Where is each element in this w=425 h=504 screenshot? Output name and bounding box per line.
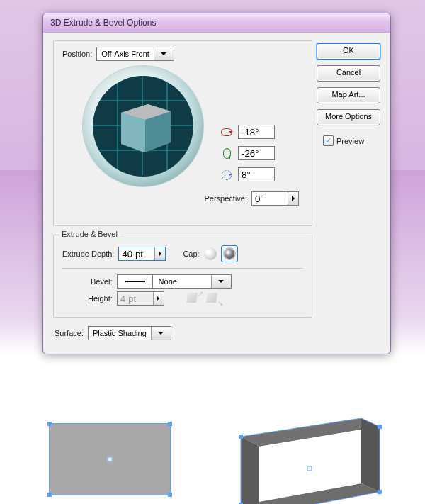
dialog-title: 3D Extrude & Bevel Options — [43, 13, 390, 33]
ok-button[interactable]: OK — [317, 43, 380, 60]
perspective-label: Perspective: — [204, 194, 247, 203]
rotate-y-input[interactable] — [238, 146, 275, 160]
rotate-x-icon — [221, 127, 234, 138]
svg-marker-14 — [241, 437, 259, 504]
preview-checkbox[interactable]: ✓ Preview — [323, 135, 380, 146]
surface-value: Plastic Shading — [89, 329, 151, 337]
bevel-label: Bevel: — [91, 277, 113, 286]
map-art-button[interactable]: Map Art... — [317, 87, 380, 103]
arrow-right-icon — [154, 247, 165, 260]
extrude-depth-label: Extrude Depth: — [62, 250, 114, 258]
position-value: Off-Axis Front — [97, 50, 154, 58]
cap-on-icon[interactable] — [204, 247, 217, 260]
svg-rect-18 — [378, 425, 382, 429]
flat-rectangle — [50, 424, 170, 495]
preview-label: Preview — [336, 137, 364, 145]
cap-label: Cap: — [183, 250, 199, 258]
surface-label: Surface: — [55, 329, 84, 337]
svg-rect-19 — [378, 490, 382, 494]
bevel-swatch-icon — [118, 274, 153, 289]
chevron-down-icon — [151, 327, 171, 340]
svg-rect-17 — [239, 435, 243, 439]
position-label: Position: — [62, 50, 92, 58]
extrude-bevel-legend: Extrude & Bevel — [60, 230, 120, 238]
chevron-down-icon — [154, 47, 174, 60]
arrow-right-icon — [288, 192, 298, 205]
rotate-x-input[interactable] — [238, 125, 275, 139]
bevel-dropdown[interactable]: None — [117, 274, 232, 289]
svg-rect-21 — [307, 466, 312, 471]
cube-icon — [114, 96, 179, 161]
rotate-y-icon — [221, 148, 234, 159]
cap-off-icon — [223, 247, 236, 260]
extrude-depth-input[interactable] — [118, 247, 166, 261]
extrude-bevel-dialog: 3D Extrude & Bevel Options OK Cancel Map… — [42, 13, 391, 354]
perspective-input[interactable] — [251, 191, 299, 206]
bevel-height-label: Height: — [88, 294, 113, 303]
surface-dropdown[interactable]: Plastic Shading — [88, 326, 171, 340]
bevel-extent-in-icon — [205, 291, 221, 306]
cap-off-button[interactable] — [221, 245, 238, 262]
bevel-extent-out-icon — [186, 291, 201, 306]
position-dropdown[interactable]: Off-Axis Front — [96, 47, 174, 61]
rotate-z-icon — [221, 169, 234, 180]
check-icon: ✓ — [323, 135, 334, 146]
rotation-trackball[interactable] — [82, 65, 204, 187]
arrow-right-icon — [153, 292, 164, 305]
bevel-value: None — [153, 277, 211, 286]
cancel-button[interactable]: Cancel — [317, 65, 380, 82]
more-options-button[interactable]: More Options — [317, 109, 380, 125]
rotate-z-input[interactable] — [238, 167, 275, 181]
chevron-down-icon — [211, 275, 231, 288]
bevel-height-input — [117, 291, 164, 306]
extruded-rectangle — [220, 405, 397, 504]
svg-marker-12 — [361, 418, 380, 492]
artwork-examples — [0, 397, 425, 503]
